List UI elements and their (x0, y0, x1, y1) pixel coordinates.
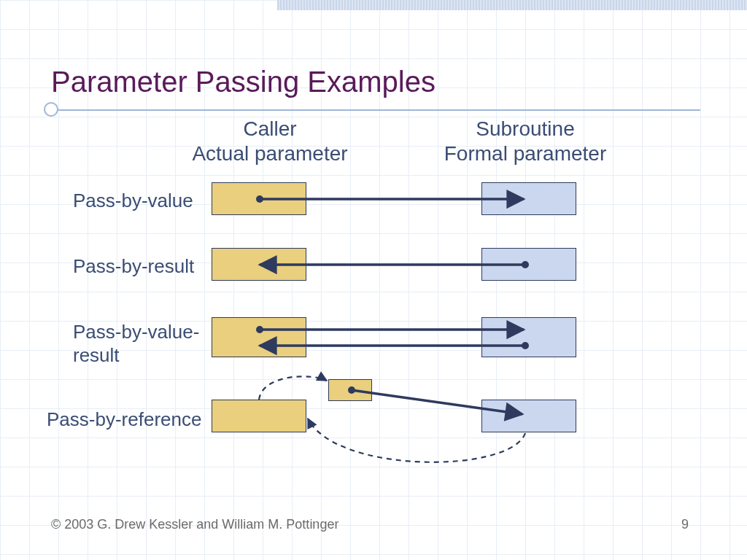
label-pass-by-value: Pass-by-value (73, 190, 193, 212)
top-accent-bar (277, 0, 747, 10)
title-underline (58, 109, 700, 111)
label-pass-by-reference: Pass-by-reference (47, 408, 201, 431)
subroutine-title: Subroutine (423, 117, 627, 141)
label-pass-by-value-result-1: Pass-by-value- (73, 321, 199, 343)
title-bullet-icon (44, 102, 58, 117)
footer-page-number: 9 (681, 517, 689, 532)
sub-box-pbref (481, 400, 576, 432)
sub-box-pbr (481, 248, 576, 281)
slide-title: Parameter Passing Examples (51, 66, 436, 98)
caller-box-pbr (212, 248, 306, 281)
subroutine-subtitle: Formal parameter (423, 141, 627, 166)
sub-box-pbvr (481, 317, 576, 357)
caller-title: Caller (175, 117, 365, 141)
caller-subtitle: Actual parameter (175, 141, 365, 166)
sub-box-pbv (481, 182, 576, 215)
column-header-caller: Caller Actual parameter (175, 117, 365, 166)
caller-box-pbvr (212, 317, 306, 357)
pointer-box-pbref (328, 379, 372, 401)
caller-box-pbv (212, 182, 306, 215)
footer-copyright: © 2003 G. Drew Kessler and William M. Po… (51, 517, 338, 532)
label-pass-by-result: Pass-by-result (73, 255, 194, 278)
caller-box-pbref (212, 400, 306, 432)
column-header-subroutine: Subroutine Formal parameter (423, 117, 627, 166)
label-pass-by-value-result-2: result (73, 344, 120, 367)
